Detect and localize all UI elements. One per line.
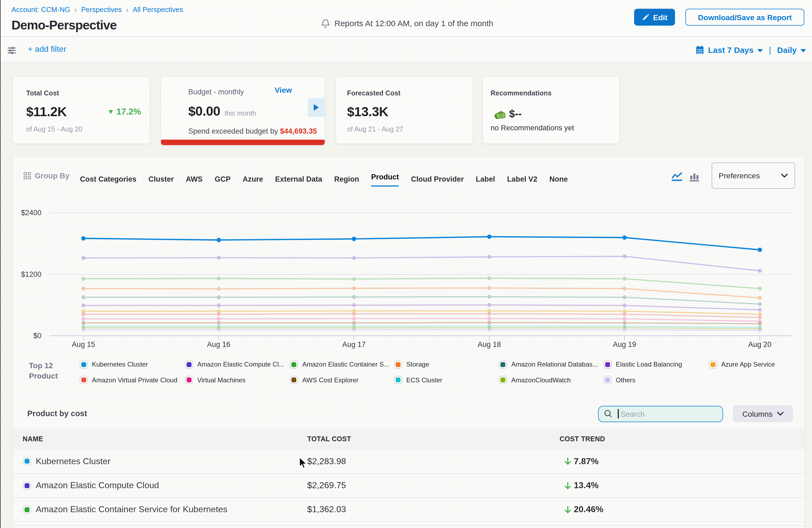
svg-text:Aug 16: Aug 16 — [207, 340, 231, 349]
svg-text:$0: $0 — [33, 332, 42, 340]
svg-text:Aug 18: Aug 18 — [478, 340, 501, 349]
svg-text:$2400: $2400 — [21, 209, 42, 217]
svg-text:Aug 17: Aug 17 — [343, 340, 366, 349]
svg-text:$1200: $1200 — [21, 270, 42, 278]
svg-text:Aug 15: Aug 15 — [72, 340, 95, 349]
svg-text:Aug 19: Aug 19 — [613, 340, 636, 349]
svg-text:Aug 20: Aug 20 — [748, 340, 772, 349]
